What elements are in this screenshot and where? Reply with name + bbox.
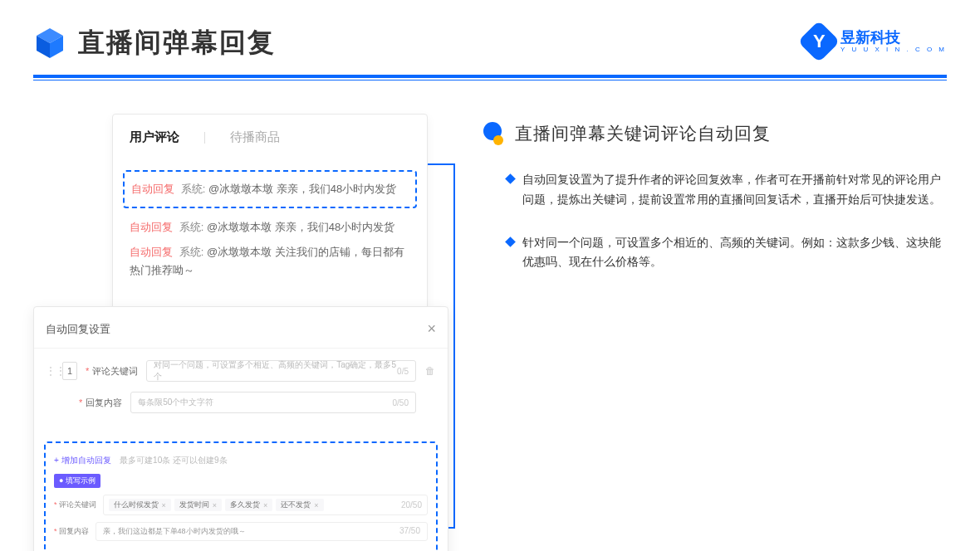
brand-icon: Y <box>798 21 840 63</box>
ex-keyword-label: 评论关键词 <box>54 500 96 510</box>
system-label: 系统: <box>181 183 206 195</box>
brand-domain: Y U U X I N . C O M <box>840 46 947 53</box>
tag-remove-icon[interactable]: × <box>162 501 166 510</box>
page-title: 直播间弹幕回复 <box>78 25 276 61</box>
tab-divider <box>204 132 205 144</box>
tag-remove-icon[interactable]: × <box>314 501 318 510</box>
delete-icon[interactable]: 🗑 <box>424 365 436 377</box>
tag-chip: 还不发货× <box>276 499 323 511</box>
ex-content-input[interactable]: 亲，我们这边都是下单48小时内发货的哦～ 37/50 <box>96 522 428 541</box>
content-counter: 0/50 <box>393 398 409 407</box>
input-placeholder: 对同一个问题，可设置多个相近、高频的关键词，Tag确定，最多5个 <box>154 359 397 383</box>
auto-reply-tag: 自动回复 <box>131 183 174 195</box>
auto-reply-settings-panel: 自动回复设置 × ⋮⋮ 1 评论关键词 对同一个问题，可设置多个相近、高频的关键… <box>33 306 448 551</box>
tag-remove-icon[interactable]: × <box>213 501 217 510</box>
tab-pending-products[interactable]: 待播商品 <box>230 129 280 145</box>
system-label: 系统: <box>179 246 204 258</box>
highlighted-comment: 自动回复 系统: @冰墩墩本墩 亲亲，我们48小时内发货 <box>123 170 417 208</box>
input-placeholder: 每条限50个中文字符 <box>138 397 213 408</box>
auto-reply-tag: 自动回复 <box>130 246 173 258</box>
comment-card: 用户评论 待播商品 自动回复 系统: @冰墩墩本墩 亲亲，我们48小时内发货 自… <box>112 114 428 314</box>
cube-icon <box>33 27 66 60</box>
brand-logo: Y 昱新科技 Y U U X I N . C O M <box>804 27 947 56</box>
keyword-label: 评论关键词 <box>86 365 138 378</box>
ex-content-text: 亲，我们这边都是下单48小时内发货的哦～ <box>103 526 246 537</box>
rule-index: 1 <box>62 362 77 380</box>
tab-user-comments[interactable]: 用户评论 <box>130 129 179 145</box>
close-icon[interactable]: × <box>427 320 436 338</box>
diamond-bullet-icon <box>505 236 516 247</box>
settings-title: 自动回复设置 <box>46 322 110 337</box>
connector-line <box>453 163 455 529</box>
bullet-text: 自动回复设置为了提升作者的评论回复效率，作者可在开播前针对常见的评论用户问题，提… <box>522 170 947 210</box>
drag-handle-icon[interactable]: ⋮⋮ <box>46 365 54 377</box>
tag-chip: 发货时间× <box>174 499 222 511</box>
content-input[interactable]: 每条限50个中文字符 0/50 <box>130 392 416 413</box>
keyword-input[interactable]: 对同一个问题，可设置多个相近、高频的关键词，Tag确定，最多5个 0/5 <box>146 360 416 382</box>
comment-text: @冰墩墩本墩 亲亲，我们48小时内发货 <box>208 183 396 195</box>
system-label: 系统: <box>179 221 204 233</box>
auto-reply-tag: 自动回复 <box>130 221 173 233</box>
content-label: 回复内容 <box>79 397 122 409</box>
bubble-icon <box>482 122 505 145</box>
add-hint: 最多可建10条 还可以创建9条 <box>120 456 227 465</box>
tag-chip: 多久发货× <box>225 499 272 511</box>
ex-content-label: 回复内容 <box>54 526 89 537</box>
ex-keyword-counter: 20/50 <box>401 500 422 510</box>
add-auto-reply-link[interactable]: + 增加自动回复 <box>54 455 111 466</box>
bullet-text: 针对同一个问题，可设置多个相近的、高频的关键词。例如：这款多少钱、这块能优惠吗、… <box>522 233 947 273</box>
section-title: 直播间弹幕关键词评论自动回复 <box>515 122 771 145</box>
header-divider-thick <box>33 75 947 78</box>
ex-content-counter: 37/50 <box>399 526 420 537</box>
keyword-counter: 0/5 <box>397 367 409 376</box>
example-box: + 增加自动回复 最多可建10条 还可以创建9条 ● 填写示例 评论关键词 什么… <box>44 441 438 551</box>
tag-chip: 什么时候发货× <box>109 499 171 511</box>
example-badge: ● 填写示例 <box>54 474 100 488</box>
comment-text: @冰墩墩本墩 亲亲，我们48小时内发货 <box>207 221 394 233</box>
brand-name: 昱新科技 <box>840 30 947 46</box>
tag-remove-icon[interactable]: × <box>263 501 267 510</box>
ex-keyword-input[interactable]: 什么时候发货× 发货时间× 多久发货× 还不发货× 20/50 <box>103 495 428 515</box>
diamond-bullet-icon <box>505 173 516 184</box>
